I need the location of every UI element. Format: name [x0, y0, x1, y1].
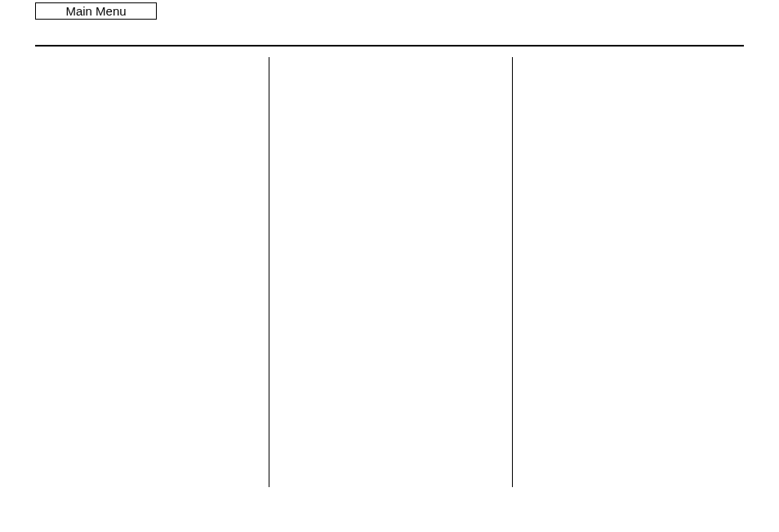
main-menu-button[interactable]: Main Menu [35, 2, 157, 20]
column-divider-right [512, 57, 513, 487]
horizontal-divider [35, 45, 744, 47]
column-divider-left [269, 57, 269, 487]
